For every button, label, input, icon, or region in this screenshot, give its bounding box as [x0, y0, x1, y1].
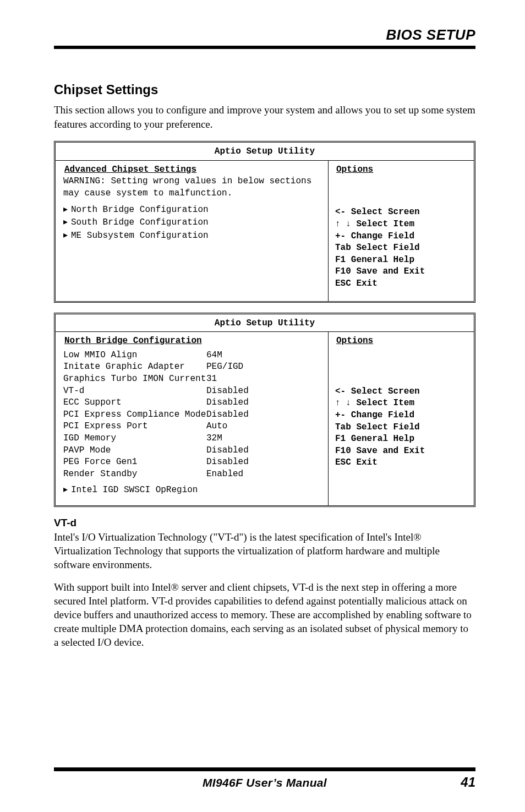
bios-warning-line1: WARNING: Setting wrong values in below s… — [63, 176, 322, 188]
setting-value: Disabled — [206, 385, 322, 397]
setting-value: PEG/IGD — [206, 361, 322, 373]
submenu-label: Intel IGD SWSCI OpRegion — [71, 485, 198, 495]
setting-key: Render Standby — [63, 468, 206, 481]
setting-row[interactable]: ECC SupportDisabled — [63, 397, 322, 409]
bios-title: Aptio Setup Utility — [56, 314, 474, 333]
setting-row[interactable]: PAVP ModeDisabled — [63, 445, 322, 457]
setting-row[interactable]: IGD Memory32M — [63, 433, 322, 445]
setting-key: PAVP Mode — [63, 445, 206, 457]
bios-warning-line2: may cause system to malfunction. — [63, 188, 322, 200]
triangle-right-icon: ▸ — [63, 229, 71, 241]
help-line: F10 Save and Exit — [335, 266, 468, 278]
setting-value: Disabled — [206, 397, 322, 409]
triangle-right-icon: ▸ — [63, 483, 71, 495]
setting-value: Enabled — [206, 468, 322, 481]
submenu-item[interactable]: ▸North Bridge Configuration — [63, 203, 322, 216]
setting-row[interactable]: PCI Express Compliance ModeDisabled — [63, 409, 322, 421]
header-rule — [54, 46, 475, 49]
section-description: This section allows you to configure and… — [54, 103, 475, 131]
footer-rule — [54, 767, 475, 771]
notes-paragraph: With support built into Intel® server an… — [54, 580, 475, 649]
submenu-label: ME Subsystem Configuration — [71, 231, 209, 241]
help-line: F10 Save and Exit — [335, 445, 468, 457]
setting-key: PCI Express Port — [63, 421, 206, 433]
setting-value: 31 — [206, 373, 322, 385]
setting-key: Initate Graphic Adapter — [63, 361, 206, 373]
footer-title: MI946F User’s Manual — [87, 776, 442, 789]
setting-row[interactable]: Graphics Turbo IMON Current31 — [63, 373, 322, 385]
setting-value: 64M — [206, 350, 322, 362]
help-line: ESC Exit — [335, 457, 468, 469]
bios-box-northbridge: Aptio Setup Utility North Bridge Configu… — [54, 313, 475, 507]
page-footer: MI946F User’s Manual 41 — [54, 767, 475, 790]
setting-key: Low MMIO Align — [63, 350, 206, 362]
header-title: BIOS SETUP — [386, 26, 475, 43]
bios-left-pane: North Bridge Configuration Low MMIO Alig… — [56, 332, 329, 505]
submenu-label: North Bridge Configuration — [71, 205, 209, 215]
bios-left-pane: Advanced Chipset Settings WARNING: Setti… — [56, 161, 329, 301]
footer-page-number: 41 — [442, 775, 475, 790]
setting-value: Auto — [206, 421, 322, 433]
help-line: F1 General Help — [335, 254, 468, 266]
help-line: +- Change Field — [335, 410, 468, 422]
setting-row[interactable]: Low MMIO Align64M — [63, 350, 322, 362]
right-pane-title: Options — [335, 335, 468, 347]
notes-paragraph: Intel's I/O Virtualization Technology ("… — [54, 530, 475, 571]
setting-value: Disabled — [206, 445, 322, 457]
setting-key: VT-d — [63, 385, 206, 397]
setting-value: Disabled — [206, 409, 322, 421]
triangle-right-icon: ▸ — [63, 203, 71, 215]
bios-right-pane: Options <- Select Screen ↑ ↓ Select Item… — [329, 161, 474, 301]
right-pane-title: Options — [335, 164, 468, 176]
setting-key: ECC Support — [63, 397, 206, 409]
section-heading: Chipset Settings — [54, 82, 475, 97]
setting-value: Disabled — [206, 456, 322, 468]
setting-row[interactable]: VT-dDisabled — [63, 385, 322, 397]
setting-key: PEG Force Gen1 — [63, 456, 206, 468]
bios-right-pane: Options <- Select Screen ↑ ↓ Select Item… — [329, 332, 474, 505]
notes-heading: VT-d — [54, 517, 475, 529]
submenu-item[interactable]: ▸ME Subsystem Configuration — [63, 229, 322, 242]
bios-title: Aptio Setup Utility — [56, 143, 474, 161]
help-line: <- Select Screen — [335, 206, 468, 219]
submenu-item[interactable]: ▸Intel IGD SWSCI OpRegion — [63, 483, 322, 497]
triangle-right-icon: ▸ — [63, 216, 71, 228]
setting-key: IGD Memory — [63, 433, 206, 445]
page-header: BIOS SETUP — [54, 26, 475, 49]
setting-key: Graphics Turbo IMON Current — [63, 373, 206, 385]
help-line: F1 General Help — [335, 433, 468, 445]
help-line: ↑ ↓ Select Item — [335, 219, 468, 231]
submenu-item[interactable]: ▸South Bridge Configuration — [63, 216, 322, 229]
setting-row[interactable]: Render StandbyEnabled — [63, 468, 322, 481]
help-line: ESC Exit — [335, 278, 468, 290]
setting-key: PCI Express Compliance Mode — [63, 409, 206, 421]
help-line: Tab Select Field — [335, 242, 468, 254]
submenu-label: South Bridge Configuration — [71, 217, 209, 227]
help-line: Tab Select Field — [335, 422, 468, 434]
setting-row[interactable]: Initate Graphic AdapterPEG/IGD — [63, 361, 322, 373]
setting-value: 32M — [206, 433, 322, 445]
help-line: +- Change Field — [335, 231, 468, 243]
bios-box-chipset: Aptio Setup Utility Advanced Chipset Set… — [54, 141, 475, 302]
help-line: ↑ ↓ Select Item — [335, 397, 468, 410]
help-line: <- Select Screen — [335, 386, 468, 398]
setting-row[interactable]: PEG Force Gen1Disabled — [63, 456, 322, 468]
setting-row[interactable]: PCI Express PortAuto — [63, 421, 322, 433]
left-pane-title: Advanced Chipset Settings — [63, 164, 322, 176]
left-pane-title: North Bridge Configuration — [63, 335, 322, 347]
